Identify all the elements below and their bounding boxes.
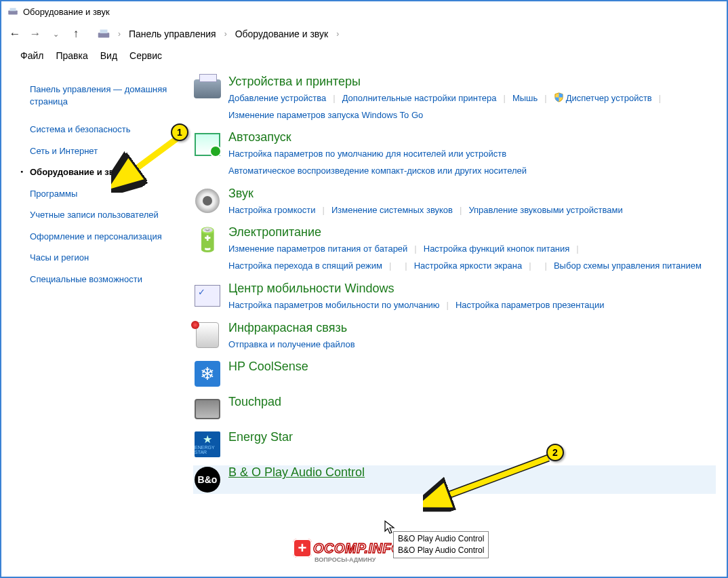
category-sublink[interactable]: Диспетчер устройств: [554, 93, 652, 103]
tooltip-line: B&O Play Audio Control: [398, 533, 484, 545]
category-sublink[interactable]: Настройка параметров презентации: [456, 300, 604, 310]
bo-icon: B&o: [193, 465, 222, 494]
category-sublink[interactable]: Изменение параметров питания от батарей: [228, 244, 407, 254]
category-sublink[interactable]: Изменение системных звуков: [331, 205, 453, 215]
category-title[interactable]: Touchpad: [228, 395, 716, 409]
category-title[interactable]: Автозапуск: [228, 130, 716, 144]
svg-rect-2: [98, 33, 110, 37]
energystar-icon: ENERGY STAR: [193, 430, 222, 459]
separator: |: [544, 93, 546, 103]
separator: |: [460, 205, 462, 215]
power-icon: 🔋: [193, 225, 222, 254]
category-power: 🔋ЭлектропитаниеИзменение параметров пита…: [193, 225, 716, 274]
category-title[interactable]: Инфракрасная связь: [228, 321, 716, 335]
svg-line-7: [125, 137, 179, 177]
chevron-icon: ›: [333, 29, 342, 39]
category-title[interactable]: HP CoolSense: [228, 360, 716, 374]
autoplay-icon: [193, 130, 222, 159]
separator: |: [545, 261, 547, 271]
category-infrared: Инфракрасная связьОтправка и получение ф…: [193, 321, 716, 353]
category-sublink[interactable]: Изменение параметров запуска Windows To …: [228, 110, 423, 120]
breadcrumb-root[interactable]: Панель управления: [127, 27, 218, 41]
separator: |: [529, 261, 531, 271]
recent-dropdown[interactable]: ⌄: [47, 26, 64, 42]
category-sublink[interactable]: Настройка громкости: [228, 205, 316, 215]
category-devices: Устройства и принтерыДобавление устройст…: [193, 75, 716, 123]
menu-file[interactable]: Файл: [20, 50, 43, 61]
category-title[interactable]: Energy Star: [228, 430, 716, 444]
sidebar-item[interactable]: Оформление и персонализация: [30, 226, 181, 248]
category-title[interactable]: Электропитание: [228, 225, 716, 239]
category-title[interactable]: Устройства и принтеры: [228, 75, 716, 89]
nav-toolbar: ← → ⌄ ↑ › Панель управления › Оборудован…: [1, 22, 727, 46]
menu-view[interactable]: Вид: [100, 50, 117, 61]
category-sublink[interactable]: Настройка функций кнопок питания: [424, 244, 570, 254]
category-sublink[interactable]: Управление звуковыми устройствами: [468, 205, 622, 215]
sidebar-item[interactable]: Специальные возможности: [30, 269, 181, 290]
watermark: + OCOMP.INFO ВОПРОСЫ-АДМИНУ: [293, 539, 402, 558]
breadcrumb-current[interactable]: Оборудование и звук: [234, 27, 330, 41]
separator: |: [414, 244, 416, 254]
category-coolsense: ❄HP CoolSense: [193, 360, 716, 388]
category-touchpad: Touchpad: [193, 395, 716, 423]
category-sublink[interactable]: Настройка яркости экрана: [414, 261, 522, 271]
category-sublink[interactable]: Настройка перехода в спящий режим: [228, 261, 382, 271]
chevron-icon: ›: [115, 29, 123, 39]
chevron-icon: ›: [222, 29, 230, 39]
coolsense-icon: ❄: [193, 360, 222, 388]
annotation-arrow-2: [423, 452, 559, 514]
tooltip: B&O Play Audio Control B&O Play Audio Co…: [393, 531, 489, 558]
svg-rect-1: [10, 8, 16, 12]
menubar: Файл Правка Вид Сервис: [1, 46, 727, 66]
devices-icon: [193, 75, 222, 103]
category-mobility: Центр мобильности WindowsНастройка парам…: [193, 282, 716, 314]
category-sublink[interactable]: Дополнительные настройки принтера: [342, 93, 497, 103]
control-panel-window: Оборудование и звук ← → ⌄ ↑ › Панель упр…: [0, 0, 728, 578]
svg-rect-0: [8, 11, 18, 15]
menu-service[interactable]: Сервис: [129, 50, 162, 61]
separator: |: [389, 261, 391, 271]
sidebar-home[interactable]: Панель управления — домашняя страница: [30, 79, 181, 112]
category-sublink[interactable]: Мышь: [512, 93, 538, 103]
tooltip-line: B&O Play Audio Control: [398, 545, 484, 556]
window-title: Оборудование и звук: [23, 7, 110, 17]
forward-button[interactable]: →: [27, 26, 43, 42]
category-title[interactable]: Звук: [228, 187, 716, 201]
category-autoplay: АвтозапускНастройка параметров по умолча…: [193, 130, 716, 179]
separator: |: [333, 93, 335, 103]
category-sound: ЗвукНастройка громкости|Изменение систем…: [193, 187, 716, 219]
category-sublink[interactable]: Отправка и получение файлов: [228, 339, 355, 349]
category-sublink[interactable]: Настройка параметров по умолчанию для но…: [228, 149, 506, 159]
category-sublink[interactable]: Добавление устройства: [228, 93, 326, 103]
separator: |: [659, 93, 661, 103]
sidebar-item[interactable]: Учетные записи пользователей: [30, 204, 181, 226]
mobility-icon: [193, 282, 222, 310]
category-sublink[interactable]: Выбор схемы управления питанием: [554, 261, 702, 271]
category-sublink[interactable]: Настройка параметров мобильности по умол…: [228, 300, 440, 310]
annotation-badge-1: 1: [171, 123, 188, 141]
svg-line-9: [435, 458, 548, 500]
separator: |: [504, 93, 506, 103]
annotation-badge-2: 2: [546, 444, 564, 461]
sound-icon: [193, 187, 222, 215]
separator: |: [576, 244, 578, 254]
menu-edit[interactable]: Правка: [56, 50, 87, 61]
devices-icon: [7, 5, 19, 18]
separator: |: [405, 261, 407, 271]
plus-icon: +: [293, 539, 312, 558]
annotation-arrow-1: [111, 132, 187, 193]
sidebar-item[interactable]: Часы и регион: [30, 247, 181, 269]
separator: |: [323, 205, 325, 215]
location-icon: [96, 26, 111, 41]
content-area: Панель управления — домашняя страница Си…: [1, 66, 727, 575]
separator: |: [447, 300, 449, 310]
titlebar: Оборудование и звук: [1, 1, 727, 22]
category-sublink[interactable]: Автоматическое воспроизведение компакт-д…: [228, 166, 527, 176]
category-title[interactable]: Центр мобильности Windows: [228, 282, 716, 296]
infrared-icon: [193, 321, 222, 349]
svg-rect-3: [100, 30, 108, 34]
up-button[interactable]: ↑: [68, 26, 84, 42]
touchpad-icon: [193, 395, 222, 423]
back-button[interactable]: ←: [7, 26, 23, 42]
watermark-text: OCOMP.INFO ВОПРОСЫ-АДМИНУ: [313, 541, 402, 556]
